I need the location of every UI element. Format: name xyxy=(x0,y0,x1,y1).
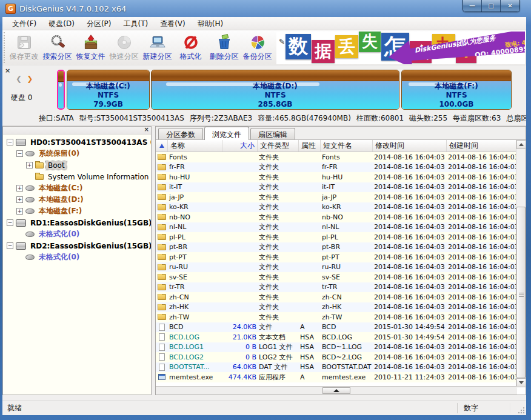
partition-block-c[interactable]: 本地磁盘(C:) NTFS 79.9GB xyxy=(67,70,150,110)
collapse-icon[interactable]: − xyxy=(7,139,13,145)
tree-close-icon[interactable]: × xyxy=(144,126,149,133)
backup-partition-button[interactable]: 备份分区 xyxy=(241,30,274,65)
tree-item[interactable]: 未格式化(0) xyxy=(3,252,151,263)
tree-item[interactable]: −RD2:EassosDiskGenius(15GB) xyxy=(3,240,151,252)
tree-item[interactable]: System Volume Information xyxy=(3,171,151,182)
expand-icon[interactable]: + xyxy=(16,185,23,192)
menu-view[interactable]: 查看(V) xyxy=(154,17,192,30)
collapse-icon[interactable]: − xyxy=(16,150,23,157)
table-row[interactable]: BCD.LOG10 BLOG1 文件HSABCD~1.LOG2014-08-16… xyxy=(156,342,517,353)
table-row[interactable]: pt-BR文件夹pt-BR2014-08-16 16:04:032014-08-… xyxy=(156,242,517,253)
folder-icon xyxy=(158,204,166,210)
tree-item[interactable]: +本地磁盘(C:) xyxy=(3,182,151,194)
scrollbar-thumb[interactable] xyxy=(516,207,526,378)
recover-files-button[interactable]: 恢复文件 xyxy=(74,30,107,65)
collapse-icon[interactable]: − xyxy=(7,242,13,249)
toolbar-button-label: 新建分区 xyxy=(143,52,172,62)
save-changes-button[interactable]: 保存更改 xyxy=(7,30,41,65)
tab-browse-files[interactable]: 浏览文件 xyxy=(204,127,249,140)
table-row[interactable]: tr-TR文件夹tr-TR2014-08-16 16:04:032014-08-… xyxy=(156,282,517,293)
table-row[interactable]: BCD.LOG20 BLOG2 文件HSABCD~2.LOG2014-08-16… xyxy=(156,352,517,362)
table-row[interactable]: Fonts文件夹Fonts2014-08-16 16:04:032014-08-… xyxy=(156,152,517,162)
menu-partition[interactable]: 分区(P) xyxy=(81,17,118,30)
table-row[interactable]: nl-NL文件夹nl-NL2014-08-16 16:04:032014-08-… xyxy=(156,222,517,233)
table-row[interactable]: zh-CN文件夹zh-CN2014-08-16 16:04:032014-08-… xyxy=(156,292,517,302)
table-row[interactable]: ru-RU文件夹ru-RU2014-08-16 16:04:032014-08-… xyxy=(156,262,517,273)
column-header-type[interactable]: 文件类型 xyxy=(258,140,299,152)
horizontal-scrollbar[interactable] xyxy=(156,386,517,395)
tree-item[interactable]: −系统保留(0) xyxy=(3,148,151,159)
delete-partition-button[interactable]: 删除分区 xyxy=(207,30,241,65)
file-cell-ctime: 2014-08-16 16:04:03 xyxy=(447,253,517,261)
next-disk-icon[interactable]: ❯ xyxy=(27,75,33,83)
folder-icon xyxy=(158,314,166,320)
tree-item[interactable]: −HD0:ST350041ST3500413AS (466GB) xyxy=(3,136,151,148)
file-cell-type: 文件夹 xyxy=(258,233,299,242)
column-header-modified[interactable]: 修改时间 xyxy=(373,140,447,152)
table-row[interactable]: it-IT文件夹it-IT2014-08-16 16:04:032014-08-… xyxy=(156,182,517,193)
table-row[interactable]: zh-TW文件夹zh-TW2014-08-16 16:04:032014-08-… xyxy=(156,312,517,322)
table-row[interactable]: memtest.exe474.4KB应用程序Amemtest.exe2010-1… xyxy=(156,372,517,382)
table-row[interactable]: BCD24.0KB文件ABCD2015-01-30 14:49:542014-0… xyxy=(156,322,517,333)
tab-partition-params[interactable]: 分区参数 xyxy=(158,128,203,139)
table-row[interactable]: fr-FR文件夹fr-FR2014-08-16 16:04:032014-08-… xyxy=(156,162,517,173)
partition-block-system-reserved[interactable] xyxy=(57,70,65,110)
maximize-button[interactable]: □ xyxy=(482,0,501,12)
table-row[interactable]: hu-HU文件夹hu-HU2014-08-16 16:04:032014-08-… xyxy=(156,172,517,182)
partition-block-d[interactable]: 本地磁盘(D:) NTFS 285.8GB xyxy=(151,70,399,110)
table-row[interactable]: BOOTSTAT...64.0KBDAT 文件HSABOOTSTAT.DAT20… xyxy=(156,362,517,373)
column-header-created[interactable]: 创建时间 xyxy=(447,140,517,152)
resize-grip[interactable] xyxy=(517,406,525,414)
quick-partition-button[interactable]: 快速分区 xyxy=(107,30,141,65)
menu-tools[interactable]: 工具(T) xyxy=(117,17,154,30)
prev-disk-icon[interactable]: ❮ xyxy=(16,75,22,83)
file-cell-attr: HSA xyxy=(299,333,321,341)
collapse-panel-button[interactable] xyxy=(322,387,350,394)
menu-disk[interactable]: 硬盘(D) xyxy=(42,17,81,30)
file-icon-cell xyxy=(156,194,168,200)
ad-banner[interactable]: ✎ 数据丢失怎么办! DiskGenius团队为您服务 致电: 4 QQ: 40… xyxy=(276,32,525,64)
column-header-shortname[interactable]: 短文件名 xyxy=(321,140,373,152)
table-row[interactable]: ko-KR文件夹ko-KR2014-08-16 16:04:032014-08-… xyxy=(156,202,517,213)
menu-file[interactable]: 文件(F) xyxy=(6,17,42,30)
table-row[interactable]: pl-PL文件夹pl-PL2014-08-16 16:04:032014-08-… xyxy=(156,232,517,242)
table-row[interactable]: sv-SE文件夹sv-SE2014-08-16 16:04:032014-08-… xyxy=(156,272,517,282)
partition-block-f[interactable]: 本地磁盘(F:) NTFS 100.0GB xyxy=(401,70,512,110)
vertical-scrollbar[interactable] xyxy=(516,140,526,387)
tree-item[interactable]: +本地磁盘(F:) xyxy=(3,205,151,217)
file-cell-size: 21.0KB xyxy=(222,333,258,341)
expand-icon[interactable]: + xyxy=(16,196,23,203)
table-row[interactable]: ja-JP文件夹ja-JP2014-08-16 16:04:032014-08-… xyxy=(156,192,517,202)
tree-item[interactable]: +Boot xyxy=(3,159,151,171)
minimize-button[interactable]: — xyxy=(463,0,482,12)
disk-icon xyxy=(16,242,26,250)
panel-close-icon[interactable]: × xyxy=(5,67,10,75)
expand-icon[interactable]: + xyxy=(26,162,33,168)
partition-icon xyxy=(25,185,35,191)
title-bar[interactable]: G DiskGenius V4.7.0.102 x64 — □ ✕ xyxy=(0,0,531,17)
format-button[interactable]: 格式化 xyxy=(174,30,207,65)
tab-sector-edit[interactable]: 扇区编辑 xyxy=(250,128,295,139)
column-header-attr[interactable]: 属性 xyxy=(299,140,321,152)
sort-column-header[interactable] xyxy=(156,140,168,152)
file-cell-mtime: 2014-08-16 16:04:03 xyxy=(373,233,447,241)
table-row[interactable]: zh-HK文件夹zh-HK2014-08-16 16:04:032014-08-… xyxy=(156,302,517,313)
search-partition-button[interactable]: 搜索分区 xyxy=(41,30,74,65)
table-row[interactable]: pt-PT文件夹pt-PT2014-08-16 16:04:032014-08-… xyxy=(156,252,517,262)
close-button[interactable]: ✕ xyxy=(501,0,519,12)
collapse-icon[interactable]: − xyxy=(7,219,13,226)
new-partition-button[interactable]: 新建分区 xyxy=(141,30,174,65)
column-header-size[interactable]: 大小 xyxy=(222,140,258,152)
table-row[interactable]: BCD.LOG21.0KB文本文档HSABCD.LOG2015-01-30 14… xyxy=(156,332,517,342)
disk-info-interface: 接口:SATA xyxy=(39,113,74,124)
table-row[interactable]: nb-NO文件夹nb-NO2014-08-16 16:04:032014-08-… xyxy=(156,212,517,222)
tree-item[interactable]: 未格式化(0) xyxy=(3,228,151,240)
menu-help[interactable]: 帮助(H) xyxy=(192,17,229,30)
tree-item[interactable]: −RD1:EassosDiskGenius(15GB) xyxy=(3,217,151,228)
tree-item[interactable]: +本地磁盘(D:) xyxy=(3,194,151,205)
scroll-down-icon[interactable] xyxy=(516,378,526,387)
column-header-name[interactable]: 名称 xyxy=(168,140,222,152)
file-cell-name: it-IT xyxy=(168,183,222,191)
expand-icon[interactable]: + xyxy=(16,208,23,215)
scroll-up-icon[interactable] xyxy=(516,140,526,149)
